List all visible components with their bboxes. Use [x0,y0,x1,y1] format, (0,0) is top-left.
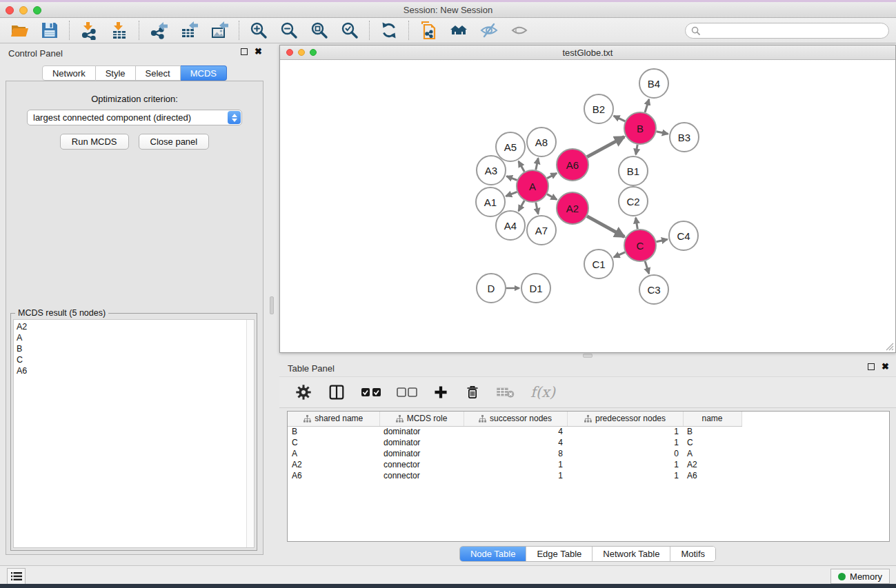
table-cell[interactable]: A6 [683,470,741,481]
export-network-icon[interactable] [149,21,168,40]
graph-node-B3[interactable]: B3 [670,123,699,152]
graph-node-C4[interactable]: C4 [669,221,698,250]
graph-edge-C-C2[interactable] [636,218,638,230]
graph-node-A1[interactable]: A1 [476,187,505,216]
column-header-name[interactable]: name [683,412,741,426]
graph-node-A2[interactable]: A2 [557,192,588,224]
import-network-icon[interactable] [79,21,99,40]
table-cell[interactable]: 1 [567,426,683,437]
table-row[interactable]: Cdominator41C [288,437,889,448]
graph-node-A3[interactable]: A3 [477,156,506,185]
float-panel-icon[interactable] [868,363,875,370]
graph-edge-C-C4[interactable] [656,239,667,242]
table-row[interactable]: A2connector11A2 [288,459,889,470]
graph-edge-A-A3[interactable] [506,176,517,181]
float-panel-icon[interactable] [241,48,248,55]
list-item[interactable]: B [14,343,246,354]
save-session-icon[interactable] [40,21,59,40]
graph-node-C[interactable]: C [624,230,656,261]
graph-node-A5[interactable]: A5 [496,132,525,161]
table-row[interactable]: Bdominator41B [288,426,889,437]
table-cell[interactable]: C [683,437,741,448]
column-header-successor-nodes[interactable]: successor nodes [464,412,567,426]
table-row[interactable]: A6connector11A6 [288,470,889,481]
table-cell[interactable]: A2 [288,459,379,470]
graph-node-C3[interactable]: C3 [639,275,668,304]
list-scrollbar[interactable] [246,320,254,547]
zoom-out-icon[interactable] [279,21,299,40]
column-header-mcds-role[interactable]: MCDS role [379,412,464,426]
tab-network[interactable]: Network [42,65,96,81]
graph-node-A8[interactable]: A8 [527,128,556,156]
graph-node-B1[interactable]: B1 [619,156,648,185]
resize-grip[interactable] [884,341,894,351]
table-cell[interactable]: dominator [379,437,464,448]
graph-edge-B-B1[interactable] [636,145,637,155]
table-cell[interactable]: 4 [464,437,567,448]
graph-edge-A2-C[interactable] [587,216,624,237]
graph-edge-A-A8[interactable] [536,159,538,170]
close-panel-icon[interactable]: ✖ [882,363,889,370]
tab-motifs[interactable]: Motifs [670,547,715,561]
graph-edge-B-B3[interactable] [657,132,668,134]
table-cell[interactable]: 1 [567,437,683,448]
graph-edge-B-B4[interactable] [645,99,649,112]
table-cell[interactable]: C [288,437,379,448]
tab-network-table[interactable]: Network Table [592,547,670,561]
table-cell[interactable]: dominator [379,448,464,459]
table-cell[interactable]: A6 [288,470,379,481]
table-cell[interactable]: 0 [567,448,683,459]
graph-node-B4[interactable]: B4 [639,69,668,98]
table-row[interactable]: Adominator80A [288,448,889,459]
search-input[interactable] [704,26,888,36]
table-cell[interactable]: B [288,426,379,437]
zoom-selected-icon[interactable] [340,21,359,40]
export-image-icon[interactable] [210,21,229,40]
table-cell[interactable]: 1 [567,459,683,470]
graph-node-D1[interactable]: D1 [521,274,550,303]
delete-row-icon[interactable] [464,384,481,401]
list-item[interactable]: A [14,332,246,343]
select-all-icon[interactable] [361,387,381,398]
graph-node-C2[interactable]: C2 [619,187,648,216]
graph-node-C1[interactable]: C1 [584,250,613,278]
list-item[interactable]: A2 [14,321,246,332]
show-all-icon[interactable] [510,21,529,40]
memory-button[interactable]: Memory [830,569,890,584]
table-cell[interactable]: A [288,448,379,459]
task-history-button[interactable] [7,568,26,585]
network-canvas[interactable]: B4B2BB3A8A5A6A3B1AA1C2A2A4A7C4CC1DD1C3 [280,60,895,352]
table-cell[interactable]: connector [379,459,464,470]
graph-node-A6[interactable]: A6 [557,149,588,181]
list-item[interactable]: C [14,354,246,365]
tab-select[interactable]: Select [136,65,181,81]
graph-node-A4[interactable]: A4 [496,211,525,240]
table-cell[interactable]: 1 [464,459,567,470]
graph-edge-A-A6[interactable] [547,173,557,178]
first-neighbors-icon[interactable] [449,21,468,40]
zoom-in-icon[interactable] [249,21,268,40]
apply-layout-icon[interactable] [379,21,399,40]
table-cell[interactable]: connector [379,470,464,481]
column-header-predecessor-nodes[interactable]: predecessor nodes [567,412,683,426]
export-table-icon[interactable] [179,21,199,40]
open-file-icon[interactable] [10,21,29,40]
graph-edge-A6-B[interactable] [587,136,624,156]
function-builder-icon[interactable]: f(x) [530,384,555,401]
column-selector-icon[interactable] [328,383,346,401]
graph-edge-A-A7[interactable] [536,203,538,214]
delete-table-icon[interactable] [496,385,515,399]
table-cell[interactable]: 1 [464,470,567,481]
mcds-result-list[interactable]: A2ABCA6 [13,319,255,548]
table-cell[interactable]: 4 [464,426,567,437]
graph-edge-A-A1[interactable] [506,192,517,196]
table-cell[interactable]: A [683,448,741,459]
horizontal-splitter-handle[interactable] [583,354,593,358]
graph-edge-C-C1[interactable] [614,252,625,257]
table-cell[interactable]: 8 [464,448,567,459]
graph-edge-B-B2[interactable] [614,116,626,121]
table-settings-icon[interactable] [295,383,312,401]
add-row-icon[interactable] [432,384,449,401]
tab-edge-table[interactable]: Edge Table [526,547,592,561]
new-network-from-selection-icon[interactable] [419,21,438,40]
